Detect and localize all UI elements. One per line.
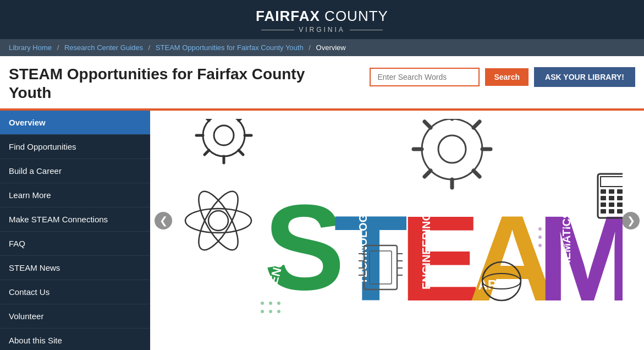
sidebar-item-about[interactable]: About this Site (0, 329, 150, 350)
sidebar-item-volunteer[interactable]: Volunteer (0, 304, 150, 329)
svg-point-52 (261, 302, 264, 305)
engineering-label: ENGINEERING (420, 212, 432, 289)
svg-line-18 (425, 171, 431, 177)
svg-rect-41 (617, 209, 623, 214)
content-area: ❮ (150, 111, 644, 350)
breadcrumb-library-home[interactable]: Library Home (9, 43, 52, 52)
svg-point-59 (547, 227, 550, 231)
atom-icon (185, 186, 251, 255)
svg-rect-36 (601, 203, 606, 207)
calculator-icon (598, 174, 623, 218)
carousel-prev-button[interactable]: ❮ (155, 212, 172, 229)
svg-rect-31 (609, 189, 614, 194)
svg-line-17 (474, 122, 480, 128)
svg-point-55 (261, 310, 264, 313)
svg-rect-30 (601, 189, 606, 194)
svg-point-11 (438, 135, 466, 163)
svg-rect-33 (601, 196, 606, 200)
breadcrumb-sep-3: / (309, 43, 311, 52)
breadcrumb-sep-1: / (57, 43, 59, 52)
site-header: FAIRFAX COUNTY VIRGINIA (0, 0, 644, 39)
search-button[interactable]: Search (485, 68, 529, 86)
svg-point-56 (269, 310, 272, 313)
svg-point-53 (269, 302, 272, 305)
site-subtitle: VIRGINIA (0, 26, 644, 34)
svg-line-8 (205, 150, 209, 155)
svg-point-63 (547, 236, 550, 239)
svg-point-67 (547, 244, 550, 247)
svg-point-54 (277, 302, 280, 305)
svg-point-60 (555, 227, 558, 231)
svg-rect-35 (617, 196, 623, 200)
svg-line-9 (239, 150, 243, 155)
svg-rect-38 (617, 203, 623, 207)
svg-point-61 (563, 227, 566, 231)
svg-point-65 (563, 236, 566, 239)
svg-point-68 (555, 244, 558, 247)
svg-point-66 (538, 244, 542, 247)
sidebar-item-find-opportunities[interactable]: Find Opportunities (0, 135, 150, 159)
carousel-next-button[interactable]: ❯ (622, 212, 640, 229)
svg-text:ENGINEERING: ENGINEERING (420, 212, 432, 289)
site-title: FAIRFAX COUNTY (0, 8, 644, 25)
svg-rect-39 (601, 209, 606, 214)
breadcrumb-research-center[interactable]: Research Center Guides (64, 43, 143, 52)
svg-rect-32 (617, 189, 623, 194)
sidebar-item-faq[interactable]: FAQ (0, 232, 150, 256)
site-title-light: COUNTY (320, 8, 388, 24)
sidebar-item-make-steam[interactable]: Make STEAM Connections (0, 207, 150, 232)
steam-illustration: ❮ (150, 111, 644, 331)
svg-line-16 (425, 122, 431, 128)
gear-icon-top-center (414, 119, 491, 188)
search-area: Search ASK YOUR LIBRARY! (370, 67, 635, 87)
svg-point-1 (214, 125, 234, 145)
svg-point-21 (185, 209, 251, 233)
breadcrumb: Library Home / Research Center Guides / … (0, 39, 644, 56)
svg-line-6 (205, 119, 209, 121)
gear-icon-top-left (196, 119, 251, 163)
sidebar-item-steam-news[interactable]: STEAM News (0, 256, 150, 280)
svg-line-19 (474, 171, 480, 177)
sidebar-item-contact-us[interactable]: Contact Us (0, 280, 150, 304)
sidebar: Overview Find Opportunities Build a Care… (0, 111, 150, 350)
svg-point-62 (538, 236, 542, 239)
search-input[interactable] (370, 68, 480, 86)
site-title-bold: FAIRFAX (256, 8, 320, 24)
breadcrumb-current: Overview (316, 43, 346, 52)
breadcrumb-sep-2: / (148, 43, 151, 52)
page-title: STEAM Opportunities for Fairfax County Y… (9, 65, 339, 102)
main-layout: Overview Find Opportunities Build a Care… (0, 111, 644, 350)
sidebar-item-learn-more[interactable]: Learn More (0, 183, 150, 207)
svg-point-20 (208, 211, 228, 231)
breadcrumb-steam-opportunities[interactable]: STEAM Opportunities for Fairfax County Y… (156, 43, 304, 52)
page-header: STEAM Opportunities for Fairfax County Y… (0, 56, 644, 102)
svg-rect-37 (609, 203, 614, 207)
ask-library-button[interactable]: ASK YOUR LIBRARY! (534, 67, 635, 87)
svg-rect-34 (609, 196, 614, 200)
svg-point-69 (563, 244, 566, 247)
svg-text:MATHEMATICS: MATHEMATICS (560, 211, 573, 291)
mathematics-label: MATHEMATICS (560, 211, 573, 291)
svg-point-64 (555, 236, 558, 239)
svg-point-57 (277, 310, 280, 313)
svg-rect-40 (609, 209, 614, 214)
svg-line-7 (239, 119, 243, 121)
svg-rect-29 (601, 177, 623, 187)
svg-point-58 (538, 227, 542, 231)
sidebar-item-build-career[interactable]: Build a Career (0, 159, 150, 183)
sidebar-item-overview[interactable]: Overview (0, 111, 150, 135)
steam-svg-container: S SCIENCE T TECHNOLOGY E ENGINEE (150, 111, 644, 331)
steam-svg: S SCIENCE T TECHNOLOGY E ENGINEE (172, 119, 623, 322)
arts-label: ARTS (478, 277, 514, 292)
